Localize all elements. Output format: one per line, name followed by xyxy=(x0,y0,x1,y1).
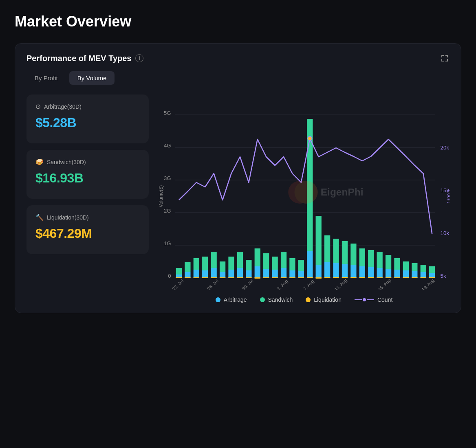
svg-rect-95 xyxy=(377,268,383,278)
watermark: EigenPhi xyxy=(288,181,363,204)
svg-rect-75 xyxy=(316,216,322,265)
svg-text:0: 0 xyxy=(168,273,171,279)
svg-rect-110 xyxy=(421,272,426,278)
svg-text:2G: 2G xyxy=(164,208,171,214)
svg-rect-70 xyxy=(298,277,304,278)
svg-rect-97 xyxy=(377,277,383,278)
svg-rect-7 xyxy=(447,59,448,61)
svg-rect-86 xyxy=(350,265,356,278)
liquidation-label: 🔨 Liquidation(30D) xyxy=(35,213,140,221)
svg-text:5k: 5k xyxy=(441,273,446,279)
legend-liquidation: Liquidation xyxy=(306,296,342,303)
svg-rect-68 xyxy=(298,271,304,278)
svg-rect-85 xyxy=(342,277,348,278)
legend-count: Count xyxy=(355,296,392,303)
chart-svg: 0 1G 2G 3G 4G 5G 5k 10k 15k 20k Volume($… xyxy=(159,94,450,290)
svg-rect-113 xyxy=(429,273,435,278)
svg-rect-57 xyxy=(263,253,269,269)
svg-rect-63 xyxy=(281,252,286,268)
svg-rect-94 xyxy=(368,277,374,278)
svg-rect-46 xyxy=(228,277,234,278)
card-header-left: Performance of MEV Types i xyxy=(26,54,143,63)
svg-text:11. Aug: 11. Aug xyxy=(333,278,348,290)
svg-rect-1 xyxy=(441,55,442,57)
svg-rect-102 xyxy=(394,258,400,270)
svg-rect-36 xyxy=(202,257,208,270)
svg-rect-38 xyxy=(211,268,217,278)
svg-rect-87 xyxy=(350,244,356,265)
svg-rect-37 xyxy=(202,277,208,278)
svg-rect-34 xyxy=(194,277,199,278)
tab-by-volume[interactable]: By Volume xyxy=(69,71,115,85)
svg-rect-30 xyxy=(185,262,190,272)
content-area: ⊙ Arbitrage(30D) $5.28B 🥪 Sandwich(30D) … xyxy=(26,94,450,303)
svg-rect-98 xyxy=(386,269,391,278)
svg-rect-54 xyxy=(255,248,260,266)
arbitrage-label: ⊙ Arbitrage(30D) xyxy=(35,103,140,110)
svg-rect-45 xyxy=(228,257,234,270)
svg-rect-103 xyxy=(394,277,400,278)
sandwich-icon: 🥪 xyxy=(35,158,44,166)
svg-rect-115 xyxy=(429,277,435,278)
svg-rect-111 xyxy=(421,265,426,272)
legend-line-segment2 xyxy=(367,299,374,300)
svg-rect-27 xyxy=(176,268,182,275)
liquidation-label-text: Liquidation(30D) xyxy=(47,214,89,221)
svg-text:5G: 5G xyxy=(164,110,171,116)
svg-rect-105 xyxy=(403,261,409,270)
svg-rect-91 xyxy=(359,277,365,278)
legend-row: Arbitrage Sandwich Liquidation Co xyxy=(159,296,450,303)
svg-rect-44 xyxy=(228,270,234,278)
svg-text:26. Jul: 26. Jul xyxy=(206,279,219,290)
svg-text:19. Aug: 19. Aug xyxy=(421,278,435,290)
card-title: Performance of MEV Types xyxy=(26,54,131,63)
chart-area: 0 1G 2G 3G 4G 5G 5k 10k 15k 20k Volume($… xyxy=(159,94,450,303)
info-icon[interactable]: i xyxy=(135,54,143,62)
svg-rect-114 xyxy=(429,266,435,273)
svg-rect-42 xyxy=(220,261,225,272)
svg-rect-32 xyxy=(194,270,199,278)
card-header: Performance of MEV Types i xyxy=(26,53,450,63)
legend-label-arbitrage: Arbitrage xyxy=(224,296,247,303)
svg-rect-53 xyxy=(255,266,260,278)
svg-rect-64 xyxy=(281,277,286,278)
svg-text:22. Jul: 22. Jul xyxy=(171,279,184,290)
spike-dot xyxy=(308,136,312,141)
svg-rect-74 xyxy=(316,265,322,278)
svg-text:15. Aug: 15. Aug xyxy=(377,278,391,290)
svg-rect-90 xyxy=(359,248,365,266)
svg-rect-93 xyxy=(368,250,374,267)
svg-rect-26 xyxy=(176,275,182,278)
metric-liquidation: 🔨 Liquidation(30D) $467.29M xyxy=(26,205,149,254)
svg-text:4G: 4G xyxy=(164,143,171,149)
performance-card: Performance of MEV Types i By Profit By … xyxy=(15,43,461,313)
sandwich-value: $16.93B xyxy=(35,171,140,186)
svg-rect-109 xyxy=(412,277,417,278)
svg-rect-106 xyxy=(403,277,409,278)
svg-text:7. Aug: 7. Aug xyxy=(302,279,315,290)
tab-by-profit[interactable]: By Profit xyxy=(26,71,66,85)
svg-text:10k: 10k xyxy=(441,230,450,236)
legend-label-count: Count xyxy=(377,296,392,303)
page-title: Market Overview xyxy=(15,13,461,30)
svg-rect-48 xyxy=(237,252,243,268)
svg-rect-62 xyxy=(281,268,286,278)
expand-icon[interactable] xyxy=(440,53,450,63)
svg-rect-66 xyxy=(289,258,295,270)
svg-rect-107 xyxy=(412,271,417,278)
svg-rect-52 xyxy=(246,277,251,278)
svg-rect-35 xyxy=(202,270,208,278)
svg-text:3. Aug: 3. Aug xyxy=(276,279,289,290)
sandwich-label-text: Sandwich(30D) xyxy=(47,159,86,165)
legend-label-liquidation: Liquidation xyxy=(314,296,342,303)
tab-row: By Profit By Volume xyxy=(26,71,450,85)
svg-rect-50 xyxy=(246,270,251,278)
svg-rect-65 xyxy=(289,270,295,278)
svg-rect-112 xyxy=(421,277,426,278)
legend-sandwich: Sandwich xyxy=(260,296,293,303)
metric-sandwich: 🥪 Sandwich(30D) $16.93B xyxy=(26,150,149,199)
svg-rect-80 xyxy=(333,263,339,278)
svg-rect-76 xyxy=(316,277,322,279)
svg-text:Count: Count xyxy=(446,190,450,203)
svg-rect-77 xyxy=(324,262,330,278)
